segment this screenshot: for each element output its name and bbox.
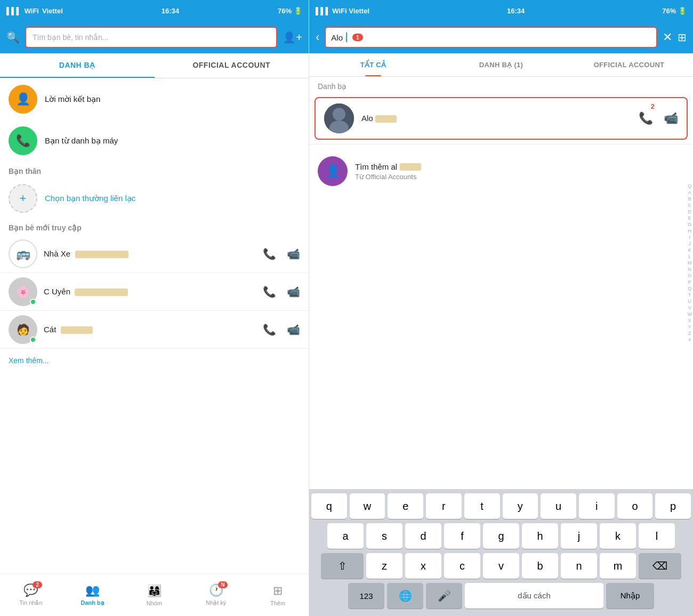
key-l[interactable]: l [639, 523, 675, 549]
key-i[interactable]: i [579, 493, 615, 519]
key-c[interactable]: c [444, 553, 480, 579]
contact-actions-cat: 📞 📹 [263, 323, 300, 336]
search-field-right[interactable]: Alo 1 [325, 27, 657, 48]
key-k[interactable]: k [600, 523, 636, 549]
tab-tatca[interactable]: TẤT CẢ [309, 53, 437, 76]
video-icon-cat[interactable]: 📹 [287, 323, 300, 336]
key-shift[interactable]: ⇧ [321, 553, 364, 579]
key-e[interactable]: e [388, 493, 423, 519]
key-b[interactable]: b [522, 553, 558, 579]
alpha-l[interactable]: L [688, 254, 691, 259]
key-x[interactable]: x [405, 553, 441, 579]
key-o[interactable]: o [617, 493, 653, 519]
key-s[interactable]: s [366, 523, 402, 549]
call-icon-result[interactable]: 📞 [639, 111, 653, 125]
nav-groups[interactable]: 👨‍👩‍👧 Nhóm [124, 574, 186, 616]
key-123[interactable]: 123 [348, 583, 384, 609]
key-f[interactable]: f [444, 523, 480, 549]
key-r[interactable]: r [426, 493, 462, 519]
key-globe[interactable]: 🌐 [387, 583, 423, 609]
alpha-g[interactable]: G [688, 222, 691, 227]
list-item[interactable]: 🌸 C Uyên 📞 📹 [0, 273, 309, 310]
key-v[interactable]: v [483, 553, 519, 579]
search-more-item[interactable]: 👤 Tìm thêm al Từ Official Accounts [309, 149, 693, 194]
key-m[interactable]: m [600, 553, 636, 579]
invite-item[interactable]: 👤 Lời mời kết bạn [0, 78, 309, 120]
call-icon-cuyen[interactable]: 📞 [263, 285, 276, 298]
tab-danhba-left[interactable]: DANH BẠ [0, 53, 155, 78]
alpha-n[interactable]: N [688, 267, 692, 272]
key-mic[interactable]: 🎤 [426, 583, 462, 609]
alpha-v[interactable]: V [688, 305, 691, 310]
key-d[interactable]: d [405, 523, 441, 549]
key-p[interactable]: p [655, 493, 691, 519]
search-field-left[interactable]: Tìm bạn bè, tin nhắn... [25, 27, 277, 48]
alpha-k[interactable]: K [688, 247, 691, 253]
back-button[interactable]: ‹ [316, 30, 319, 44]
search-icon-left[interactable]: 🔍 [6, 31, 20, 44]
key-delete[interactable]: ⌫ [639, 553, 681, 579]
key-n[interactable]: n [561, 553, 597, 579]
key-t[interactable]: t [464, 493, 500, 519]
alpha-y[interactable]: Y [688, 324, 691, 330]
see-more-link[interactable]: Xem thêm... [0, 349, 309, 372]
alpha-e[interactable]: E [688, 215, 691, 221]
list-item[interactable]: 🚌 Nhà Xe 📞 📹 [0, 235, 309, 273]
keyboard-row-3: ⇧ z x c v b n m ⌫ [311, 553, 691, 579]
video-icon-result[interactable]: 📹 [664, 111, 678, 125]
key-a[interactable]: a [327, 523, 364, 549]
alpha-d[interactable]: D [688, 209, 692, 214]
keyboard: q w e r t y u i o p a s d f g h j k l ⇧ … [309, 489, 693, 616]
alpha-hash[interactable]: # [688, 337, 691, 342]
qr-icon[interactable]: ⊞ [678, 31, 687, 44]
alpha-j[interactable]: J [689, 241, 691, 246]
contact-list: 👤 Lời mời kết bạn 📞 Bạn từ danh bạ máy B… [0, 78, 309, 573]
phonebook-item[interactable]: 📞 Bạn từ danh bạ máy [0, 120, 309, 162]
alpha-c[interactable]: C [688, 203, 692, 208]
key-nhap[interactable]: Nhập [606, 583, 654, 609]
tab-official-left[interactable]: OFFICIAL ACCOUNT [155, 53, 309, 78]
add-friend-icon[interactable]: 👤+ [283, 31, 302, 44]
best-friend-item[interactable]: + Chọn bạn thường liên lạc [0, 179, 309, 218]
alpha-q[interactable]: Q [688, 183, 691, 189]
alpha-m[interactable]: M [688, 260, 692, 266]
close-search-button[interactable]: ✕ [663, 30, 672, 44]
carrier-info-right: ▌▌▌ WiFi Viettel [316, 7, 369, 15]
video-icon-cuyen[interactable]: 📹 [287, 285, 300, 298]
call-icon-nhaxe[interactable]: 📞 [263, 247, 276, 260]
call-icon-cat[interactable]: 📞 [263, 323, 276, 336]
nav-contacts[interactable]: 👥 Danh bạ [62, 574, 124, 616]
nav-more[interactable]: ⊞ Thêm [247, 574, 309, 616]
video-icon-nhaxe[interactable]: 📹 [287, 247, 300, 260]
key-u[interactable]: u [541, 493, 576, 519]
alpha-w[interactable]: W [688, 311, 692, 317]
alpha-o[interactable]: O [688, 273, 691, 278]
key-h[interactable]: h [522, 523, 558, 549]
key-z[interactable]: z [366, 553, 402, 579]
nav-messages[interactable]: 💬 2 Tin nhắn [0, 574, 62, 616]
alpha-p[interactable]: P [688, 279, 691, 285]
online-indicator-cuyen [30, 299, 36, 305]
alpha-z[interactable]: Z [688, 331, 691, 336]
battery-info-left: 76% 🔋 [278, 7, 302, 15]
key-q[interactable]: q [311, 493, 347, 519]
alpha-h[interactable]: H [688, 228, 692, 234]
key-y[interactable]: y [503, 493, 538, 519]
tab-official-right[interactable]: OFFICIAL ACCOUNT [565, 53, 693, 76]
tab-danhba-right[interactable]: DANH BẠ (1) [437, 53, 565, 76]
alpha-i[interactable]: I [689, 235, 690, 240]
alpha-t[interactable]: T [688, 292, 691, 298]
key-space[interactable]: dấu cách [465, 583, 603, 609]
list-item[interactable]: 🧑 Cát 📞 📹 [0, 311, 309, 348]
alpha-a[interactable]: A [688, 190, 691, 195]
result-contact-item[interactable]: Alo 2 📞 📹 [315, 97, 688, 140]
key-g[interactable]: g [483, 523, 519, 549]
nav-diary[interactable]: 🕐 N Nhật ký [185, 574, 247, 616]
key-j[interactable]: j [561, 523, 597, 549]
alpha-x[interactable]: X [688, 318, 691, 323]
results-area: Danh bạ Alo 2 📞 📹 👤 [309, 77, 693, 194]
alpha-b[interactable]: B [688, 196, 691, 202]
alpha-q2[interactable]: Q [688, 286, 691, 291]
key-w[interactable]: w [350, 493, 385, 519]
alpha-u[interactable]: U [688, 299, 692, 304]
